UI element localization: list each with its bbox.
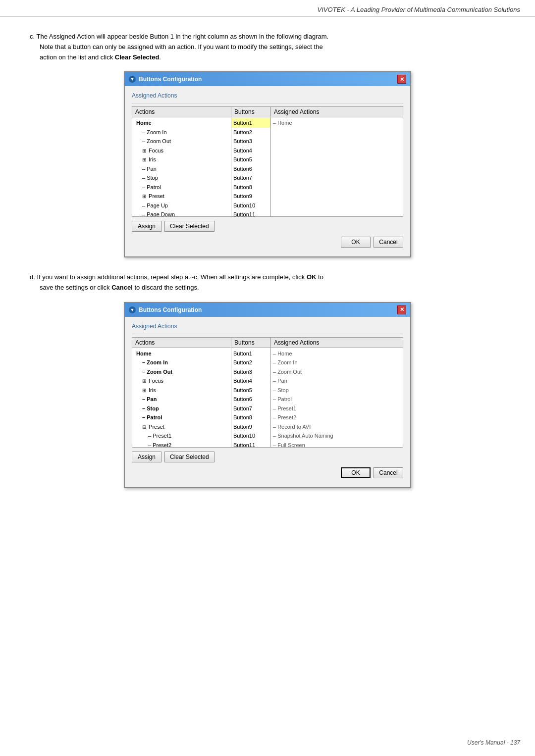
button-item[interactable]: Button10 <box>231 431 270 441</box>
assign-button-2[interactable]: Assign <box>132 452 161 462</box>
close-button-2[interactable]: ✕ <box>397 305 406 314</box>
button-item[interactable]: Button5 <box>231 155 270 164</box>
assigned-item[interactable]: – Stop <box>271 386 403 395</box>
assigned-item[interactable]: – Home <box>271 118 403 128</box>
ok-button[interactable]: OK <box>341 237 371 248</box>
tree-item[interactable]: ⊞ Focus <box>132 376 231 386</box>
dialog-1-footer: OK Cancel <box>132 237 403 251</box>
bottom-btn-row: Assign Clear Selected <box>132 221 403 232</box>
buttons-panel: Buttons Button1 Button2 Button3 Button4 … <box>231 107 271 216</box>
bottom-btn-row-2: Assign Clear Selected <box>132 452 403 462</box>
cancel-button-2[interactable]: Cancel <box>374 467 403 478</box>
tree-item[interactable]: – Patrol <box>132 413 231 422</box>
button-item[interactable]: Button2 <box>231 128 270 137</box>
actions-panel: Actions Home – Zoom In – Zoom Out ⊞ Focu… <box>132 107 231 216</box>
tree-item[interactable]: – Zoom Out <box>132 137 231 146</box>
tree-item[interactable]: – Pan <box>132 164 231 174</box>
assigned-item[interactable]: – Patrol <box>271 395 403 404</box>
button-item[interactable]: Button7 <box>231 173 270 183</box>
tables-container-2: Actions Home – Zoom In – Zoom Out ⊞ Focu… <box>132 337 403 448</box>
title-icon: ▼ <box>129 76 136 83</box>
buttons-list[interactable]: Button1 Button2 Button3 Button4 Button5 … <box>231 117 270 216</box>
assigned-actions-col-header-2: Assigned Actions <box>271 338 403 348</box>
clear-selected-button-2[interactable]: Clear Selected <box>164 452 214 462</box>
actions-header: Actions <box>132 107 231 117</box>
assigned-actions-label-2: Assigned Actions <box>132 323 403 330</box>
assigned-item[interactable]: – Preset2 <box>271 413 403 422</box>
actions-tree-list[interactable]: Home – Zoom In – Zoom Out ⊞ Focus ⊞ Iris… <box>132 117 231 216</box>
button-item[interactable]: Button6 <box>231 164 270 174</box>
button-item[interactable]: Button4 <box>231 146 270 155</box>
tree-item[interactable]: – Zoom In <box>132 128 231 137</box>
button-item[interactable]: Button9 <box>231 192 270 201</box>
assigned-item[interactable]: – Home <box>271 349 403 358</box>
section-c-text: c. The Assigned Action will appear besid… <box>30 32 505 62</box>
tree-item[interactable]: – Preset2 <box>132 441 231 447</box>
tree-item[interactable]: ⊞ Focus <box>132 146 231 155</box>
button-item[interactable]: Button11 <box>231 210 270 216</box>
dialog-1-titlebar: ▼ Buttons Configuration ✕ <box>125 72 410 86</box>
tree-item[interactable]: – Preset1 <box>132 431 231 441</box>
button-item[interactable]: Button4 <box>231 376 270 386</box>
dialog-1-body: Assigned Actions Actions Home – Zoom In … <box>125 86 410 256</box>
dialog-2-titlebar: ▼ Buttons Configuration ✕ <box>125 303 410 317</box>
button-item[interactable]: Button9 <box>231 422 270 432</box>
buttons-header: Buttons <box>231 107 270 117</box>
buttons-panel-2: Buttons Button1 Button2 Button3 Button4 … <box>231 338 271 447</box>
button-item[interactable]: Button6 <box>231 395 270 404</box>
tree-item[interactable]: ⊞ Iris <box>132 155 231 164</box>
dialog-1: ▼ Buttons Configuration ✕ Assigned Actio… <box>124 71 411 257</box>
button-item[interactable]: Button8 <box>231 183 270 192</box>
button-item[interactable]: Button8 <box>231 413 270 422</box>
button-item[interactable]: Button3 <box>231 367 270 377</box>
tree-item[interactable]: – Zoom In <box>132 358 231 367</box>
tree-item[interactable]: – Stop <box>132 404 231 413</box>
dialog-1-title: ▼ Buttons Configuration <box>129 76 202 83</box>
button-item[interactable]: Button1 <box>231 118 270 128</box>
assigned-item[interactable]: – Full Screen <box>271 441 403 447</box>
assigned-item[interactable]: – Record to AVI <box>271 422 403 432</box>
tree-item[interactable]: ⊟ Preset <box>132 422 231 432</box>
tree-item[interactable]: ⊞ Preset <box>132 192 231 201</box>
tree-item[interactable]: – Page Up <box>132 201 231 210</box>
assigned-item[interactable]: – Zoom In <box>271 358 403 367</box>
button-item[interactable]: Button7 <box>231 404 270 413</box>
assigned-item[interactable] <box>271 138 403 139</box>
dialog-2-body: Assigned Actions Actions Home – Zoom In … <box>125 317 410 487</box>
title-icon-2: ▼ <box>129 306 136 313</box>
tree-item[interactable]: – Stop <box>132 173 231 183</box>
assigned-panel: Assigned Actions – Home <box>271 107 403 216</box>
tree-item[interactable]: Home <box>132 118 231 128</box>
tree-item[interactable]: ⊞ Iris <box>132 386 231 395</box>
assigned-item[interactable]: – Preset1 <box>271 404 403 413</box>
tree-item[interactable]: – Zoom Out <box>132 367 231 377</box>
tree-item[interactable]: – Pan <box>132 395 231 404</box>
buttons-list-2[interactable]: Button1 Button2 Button3 Button4 Button5 … <box>231 348 270 447</box>
button-item[interactable]: Button3 <box>231 137 270 146</box>
button-item[interactable]: Button1 <box>231 349 270 358</box>
dialog-2-title: ▼ Buttons Configuration <box>129 306 202 313</box>
tree-item[interactable]: Home <box>132 349 231 358</box>
assigned-item[interactable]: – Snapshot Auto Naming <box>271 431 403 441</box>
dialog-2: ▼ Buttons Configuration ✕ Assigned Actio… <box>124 302 411 488</box>
assigned-item[interactable]: – Zoom Out <box>271 367 403 377</box>
assign-button[interactable]: Assign <box>132 221 161 232</box>
button-item[interactable]: Button11 <box>231 441 270 447</box>
button-item[interactable]: Button5 <box>231 386 270 395</box>
button-item[interactable]: Button2 <box>231 358 270 367</box>
close-button[interactable]: ✕ <box>397 75 406 84</box>
button-item[interactable]: Button10 <box>231 201 270 210</box>
actions-panel-2: Actions Home – Zoom In – Zoom Out ⊞ Focu… <box>132 338 231 447</box>
ok-button-2[interactable]: OK <box>341 467 371 478</box>
assigned-list-2[interactable]: – Home – Zoom In – Zoom Out – Pan – Stop… <box>271 348 403 447</box>
actions-tree-list-2[interactable]: Home – Zoom In – Zoom Out ⊞ Focus ⊞ Iris… <box>132 348 231 447</box>
assigned-panel-2: Assigned Actions – Home – Zoom In – Zoom… <box>271 338 403 447</box>
tree-item[interactable]: – Patrol <box>132 183 231 192</box>
clear-selected-button[interactable]: Clear Selected <box>164 221 214 232</box>
cancel-button[interactable]: Cancel <box>374 237 403 248</box>
assigned-item[interactable]: – Pan <box>271 376 403 386</box>
actions-header-2: Actions <box>132 338 231 348</box>
tree-item[interactable]: – Page Down <box>132 210 231 216</box>
tables-container: Actions Home – Zoom In – Zoom Out ⊞ Focu… <box>132 106 403 217</box>
assigned-list[interactable]: – Home <box>271 117 403 216</box>
